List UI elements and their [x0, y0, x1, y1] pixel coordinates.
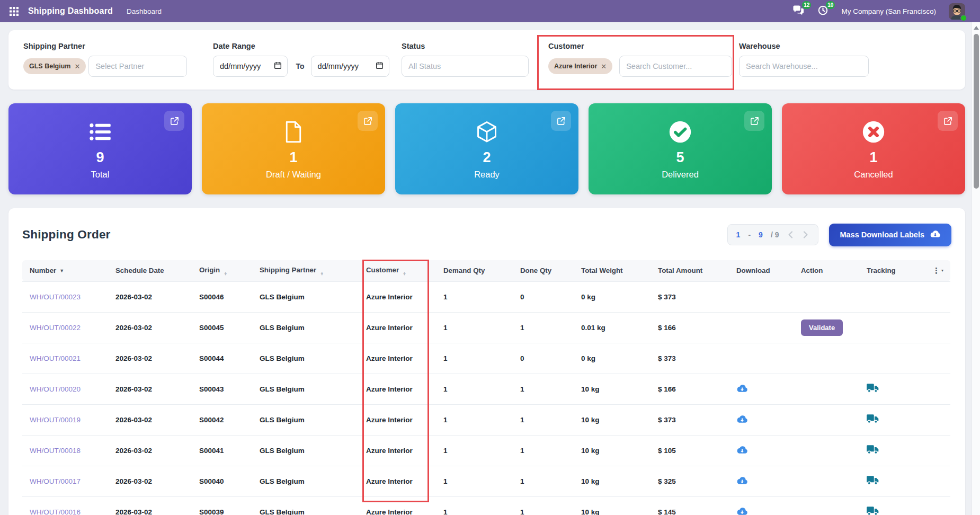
- col-total-weight: Total Weight: [574, 260, 651, 281]
- stat-value: 5: [676, 150, 684, 166]
- stat-card-cancelled[interactable]: 1 Cancelled: [782, 103, 965, 194]
- stat-card-ready[interactable]: 2 Ready: [395, 103, 578, 194]
- page-start[interactable]: 1: [736, 230, 741, 239]
- activities-button[interactable]: 10: [817, 5, 828, 18]
- filter-warehouse: Warehouse: [739, 42, 869, 77]
- cell-download: [729, 281, 794, 312]
- stat-card-draft-waiting[interactable]: 1 Draft / Waiting: [202, 103, 385, 194]
- cell-number: WH/OUT/00022: [22, 312, 108, 343]
- mass-download-labels-button[interactable]: Mass Download Labels: [829, 224, 951, 246]
- col-number[interactable]: Number▼: [22, 260, 108, 281]
- cell-action: Validate: [794, 312, 859, 343]
- column-options-icon[interactable]: ⋮▾: [932, 266, 943, 276]
- table-controls: 1 - 9 / 9 Mass Download Labels: [727, 224, 951, 246]
- chevron-left-icon[interactable]: [787, 230, 794, 239]
- section-title: Shipping Order: [22, 228, 111, 242]
- cell-shipping-partner: GLS Belgium: [252, 404, 359, 435]
- stat-card-delivered[interactable]: 5 Delivered: [589, 103, 772, 194]
- tracking-truck-button[interactable]: [867, 414, 879, 424]
- avatar[interactable]: [949, 3, 965, 20]
- cell-schedule-date: 2026-03-02: [108, 496, 192, 515]
- status-input[interactable]: [402, 56, 529, 77]
- nav-menu-dashboard[interactable]: Dashboard: [127, 7, 162, 15]
- cell-done-qty: 1: [513, 312, 574, 343]
- page-total: / 9: [771, 230, 779, 239]
- order-number-link[interactable]: WH/OUT/00019: [30, 416, 81, 424]
- scroll-up-arrow-icon[interactable]: [974, 26, 979, 30]
- calendar-icon[interactable]: [274, 61, 282, 71]
- col-download: Download: [729, 260, 794, 281]
- order-number-link[interactable]: WH/OUT/00018: [30, 447, 81, 455]
- download-label-button[interactable]: [736, 507, 748, 515]
- tracking-truck-button[interactable]: [867, 383, 879, 393]
- cell-download: [729, 374, 794, 404]
- external-link-icon[interactable]: [551, 111, 571, 131]
- cell-total-weight: 0 kg: [574, 343, 651, 374]
- table-row: WH/OUT/000162026-03-02S00039GLS BelgiumA…: [22, 496, 950, 515]
- download-label-button[interactable]: [736, 445, 748, 455]
- col-action: Action: [794, 260, 859, 281]
- order-number-link[interactable]: WH/OUT/00021: [30, 354, 81, 362]
- external-link-icon[interactable]: [164, 111, 184, 131]
- stat-card-total[interactable]: 9 Total: [8, 103, 192, 194]
- company-switcher[interactable]: My Company (San Francisco): [841, 7, 936, 15]
- cell-demand-qty: 1: [436, 435, 513, 466]
- cell-action: [794, 374, 859, 404]
- cell-total-amount: $ 373: [651, 343, 729, 374]
- cell-total-weight: 10 kg: [574, 496, 651, 515]
- navbar-right: 12 10 My Company (San Francisco): [792, 3, 973, 20]
- tracking-truck-button[interactable]: [867, 506, 879, 515]
- cell-total-amount: $ 166: [651, 374, 729, 404]
- cell-origin: S00046: [192, 281, 252, 312]
- pagination: 1 - 9 / 9: [727, 224, 819, 245]
- order-number-link[interactable]: WH/OUT/00022: [30, 324, 81, 332]
- cell-demand-qty: 1: [436, 404, 513, 435]
- apps-grid-icon[interactable]: [7, 5, 21, 18]
- remove-tag-icon[interactable]: ✕: [601, 63, 607, 70]
- scrollbar-thumb[interactable]: [974, 34, 979, 189]
- cell-number: WH/OUT/00017: [22, 466, 108, 496]
- col-customer[interactable]: Customer▲▼: [359, 260, 436, 281]
- customer-input[interactable]: [619, 56, 732, 77]
- chevron-right-icon[interactable]: [802, 230, 809, 239]
- cell-shipping-partner: GLS Belgium: [252, 435, 359, 466]
- stat-value: 1: [289, 150, 297, 166]
- cell-tracking: [859, 496, 925, 515]
- download-label-button[interactable]: [736, 414, 748, 424]
- page-end[interactable]: 9: [759, 230, 763, 239]
- shipping-partner-tag[interactable]: GLS Belgium✕: [23, 58, 86, 74]
- download-label-button[interactable]: [736, 476, 748, 485]
- cell-total-weight: 10 kg: [574, 374, 651, 404]
- order-number-link[interactable]: WH/OUT/00020: [30, 385, 81, 393]
- external-link-icon[interactable]: [744, 111, 764, 131]
- external-link-icon[interactable]: [938, 111, 958, 131]
- stat-label: Cancelled: [854, 170, 893, 180]
- cell-tracking: [859, 466, 925, 496]
- date-to-input[interactable]: dd/mm/yyyy: [311, 56, 389, 77]
- messages-button[interactable]: 12: [792, 5, 805, 18]
- order-number-link[interactable]: WH/OUT/00016: [30, 508, 81, 515]
- col-options[interactable]: ⋮▾: [925, 260, 950, 281]
- list-icon: [89, 118, 111, 146]
- col-origin[interactable]: Origin▲▼: [192, 260, 252, 281]
- tracking-truck-button[interactable]: [867, 475, 879, 485]
- validate-button[interactable]: Validate: [801, 319, 843, 336]
- cell-total-weight: 10 kg: [574, 404, 651, 435]
- order-number-link[interactable]: WH/OUT/00023: [30, 293, 81, 301]
- cube-icon: [476, 118, 497, 146]
- shipping-partner-input[interactable]: [88, 56, 187, 77]
- calendar-icon[interactable]: [376, 61, 384, 71]
- page-scrollbar[interactable]: [972, 22, 980, 515]
- order-number-link[interactable]: WH/OUT/00017: [30, 477, 81, 485]
- customer-tag[interactable]: Azure Interior✕: [548, 58, 612, 74]
- warehouse-input[interactable]: [739, 56, 869, 77]
- remove-tag-icon[interactable]: ✕: [74, 63, 80, 70]
- check-circle-icon: [669, 118, 692, 146]
- download-label-button[interactable]: [736, 384, 748, 393]
- external-link-icon[interactable]: [358, 111, 378, 131]
- date-from-input[interactable]: dd/mm/yyyy: [213, 56, 288, 77]
- col-shipping-partner[interactable]: Shipping Partner▲▼: [252, 260, 359, 281]
- app-title[interactable]: Shipping Dashboard: [28, 6, 113, 16]
- cell-customer: Azure Interior: [359, 496, 436, 515]
- tracking-truck-button[interactable]: [867, 445, 879, 455]
